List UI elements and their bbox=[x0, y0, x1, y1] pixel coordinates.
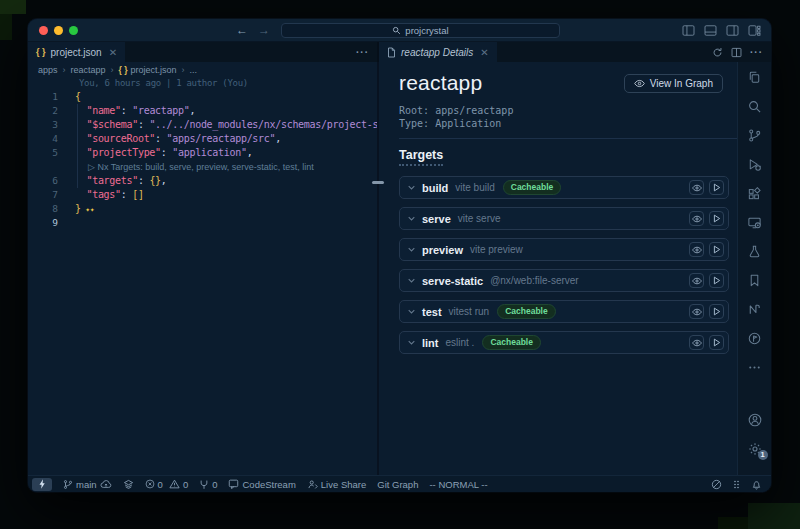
bookmarks-icon[interactable] bbox=[740, 266, 770, 295]
close-tab-icon[interactable]: ✕ bbox=[480, 47, 488, 58]
codestream-status[interactable]: CodeStream bbox=[228, 479, 295, 490]
view-target-button[interactable] bbox=[689, 211, 704, 226]
view-target-button[interactable] bbox=[689, 273, 704, 288]
problems-status[interactable]: 0 0 bbox=[145, 479, 189, 490]
remote-explorer-icon[interactable] bbox=[740, 208, 770, 237]
chevron-down-icon[interactable] bbox=[408, 216, 415, 221]
targets-heading: Targets bbox=[399, 148, 443, 166]
tab-reactapp-details[interactable]: reactapp Details ✕ bbox=[379, 42, 497, 62]
breadcrumb-separator: › bbox=[182, 65, 185, 75]
editor-sash[interactable] bbox=[377, 62, 379, 475]
chevron-down-icon[interactable] bbox=[408, 185, 415, 190]
toggle-panel-icon[interactable] bbox=[704, 25, 717, 36]
pending-changes-status[interactable]: 0 bbox=[199, 479, 217, 490]
tab-label: reactapp Details bbox=[401, 47, 473, 58]
layers-status[interactable] bbox=[123, 479, 134, 490]
breadcrumb-item[interactable]: reactapp bbox=[71, 65, 106, 75]
target-row-lint[interactable]: linteslint .Cacheable bbox=[399, 331, 729, 354]
account-icon[interactable] bbox=[740, 405, 770, 434]
more-icon[interactable] bbox=[740, 353, 770, 382]
explorer-icon[interactable] bbox=[740, 63, 770, 92]
desktop-wallpaper bbox=[0, 0, 26, 14]
close-tab-icon[interactable]: ✕ bbox=[109, 47, 117, 58]
view-target-button[interactable] bbox=[689, 335, 704, 350]
run-target-button[interactable] bbox=[709, 180, 724, 195]
layers-icon bbox=[123, 479, 134, 490]
history-back-button[interactable]: ← bbox=[236, 23, 248, 37]
target-command: vite serve bbox=[458, 213, 501, 224]
format-grid-icon[interactable] bbox=[732, 479, 741, 490]
breadcrumb-item[interactable]: { }project.json bbox=[119, 65, 177, 75]
error-count: 0 bbox=[158, 479, 163, 490]
search-icon[interactable] bbox=[740, 92, 770, 121]
target-row-test[interactable]: testvitest runCacheable bbox=[399, 300, 729, 323]
run-target-button[interactable] bbox=[709, 335, 724, 350]
tab-label: project.json bbox=[51, 47, 102, 58]
run-target-button[interactable] bbox=[709, 273, 724, 288]
desktop-wallpaper bbox=[0, 14, 12, 40]
view-target-button[interactable] bbox=[689, 304, 704, 319]
feedback-smiley-icon[interactable] bbox=[711, 479, 722, 490]
git-branch-status[interactable]: main bbox=[63, 479, 112, 490]
view-target-button[interactable] bbox=[689, 242, 704, 257]
run-target-button[interactable] bbox=[709, 211, 724, 226]
target-name: test bbox=[422, 306, 442, 318]
nx-targets-codelens[interactable]: ▷ Nx Targets: build, serve, preview, ser… bbox=[28, 160, 377, 174]
target-name: lint bbox=[422, 337, 439, 349]
history-forward-button[interactable]: → bbox=[258, 23, 270, 37]
source-control-icon[interactable] bbox=[740, 121, 770, 150]
run-target-button[interactable] bbox=[709, 242, 724, 257]
run-target-button[interactable] bbox=[709, 304, 724, 319]
breadcrumb-item[interactable]: ... bbox=[190, 65, 198, 75]
view-in-graph-button[interactable]: View In Graph bbox=[624, 74, 723, 93]
zoom-window-button[interactable] bbox=[69, 26, 78, 35]
extensions-icon[interactable] bbox=[740, 179, 770, 208]
target-row-serve-static[interactable]: serve-static@nx/web:file-server bbox=[399, 269, 729, 292]
testing-icon[interactable] bbox=[740, 237, 770, 266]
gitlens-icon[interactable] bbox=[740, 324, 770, 353]
editor-actions-more-icon[interactable]: ··· bbox=[356, 47, 369, 58]
tab-project-json[interactable]: { } project.json ✕ bbox=[28, 42, 125, 62]
toggle-secondary-sidebar-icon[interactable] bbox=[726, 25, 739, 36]
editor-actions-more-icon[interactable]: ··· bbox=[750, 47, 763, 58]
sash-handle[interactable] bbox=[372, 181, 384, 184]
target-row-serve[interactable]: servevite serve bbox=[399, 207, 729, 230]
refresh-icon[interactable] bbox=[712, 47, 723, 58]
vim-mode-status[interactable]: -- NORMAL -- bbox=[429, 479, 487, 490]
run-debug-icon[interactable] bbox=[740, 150, 770, 179]
customize-layout-icon[interactable] bbox=[748, 25, 761, 36]
remote-indicator[interactable] bbox=[32, 478, 52, 491]
line-number: 8 bbox=[28, 202, 58, 216]
project-title: reactapp bbox=[399, 71, 482, 95]
view-target-button[interactable] bbox=[689, 180, 704, 195]
toggle-primary-sidebar-icon[interactable] bbox=[682, 25, 695, 36]
settings-icon[interactable]: 1 bbox=[740, 434, 770, 463]
chevron-down-icon[interactable] bbox=[408, 340, 415, 345]
vscode-window: ← → projcrystal { } project.json ✕ bbox=[28, 19, 771, 492]
chevron-down-icon[interactable] bbox=[408, 278, 415, 283]
project-details-panel: reactapp View In Graph Root: apps/reacta… bbox=[379, 62, 737, 475]
target-row-preview[interactable]: previewvite preview bbox=[399, 238, 729, 261]
chevron-down-icon[interactable] bbox=[408, 309, 415, 314]
codestream-icon bbox=[228, 479, 239, 489]
code-editor[interactable]: You, 6 hours ago | 1 author (You) 1{2 "n… bbox=[28, 77, 377, 475]
lightning-icon bbox=[38, 479, 46, 489]
live-share-label: Live Share bbox=[321, 479, 366, 490]
live-share-status[interactable]: Live Share bbox=[307, 479, 366, 490]
type-value: Application bbox=[435, 118, 501, 129]
code-line: 2 "name": "reactapp", bbox=[28, 104, 377, 118]
notifications-bell-icon[interactable] bbox=[751, 479, 762, 490]
target-row-build[interactable]: buildvite buildCacheable bbox=[399, 176, 729, 199]
chevron-down-icon[interactable] bbox=[408, 247, 415, 252]
git-graph-status[interactable]: Git Graph bbox=[377, 479, 418, 490]
traffic-lights bbox=[39, 26, 78, 35]
breadcrumb-item[interactable]: apps bbox=[38, 65, 58, 75]
nx-console-icon[interactable] bbox=[740, 295, 770, 324]
line-number: 3 bbox=[28, 118, 58, 132]
command-center-search[interactable]: projcrystal bbox=[281, 23, 560, 38]
search-text: projcrystal bbox=[405, 25, 448, 36]
minimize-window-button[interactable] bbox=[54, 26, 63, 35]
split-editor-icon[interactable] bbox=[731, 47, 742, 58]
close-window-button[interactable] bbox=[39, 26, 48, 35]
title-bar: ← → projcrystal bbox=[28, 19, 771, 42]
